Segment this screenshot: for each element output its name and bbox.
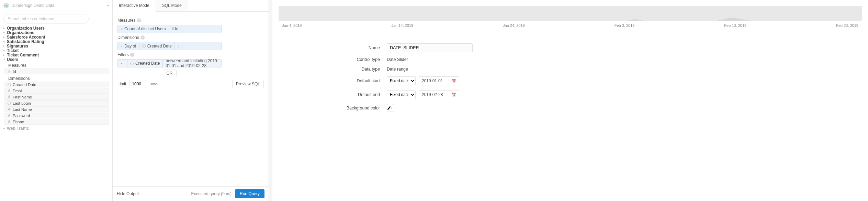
sidebar: FD Dundersign Demo Data ▾ ▸Organization … <box>0 0 113 201</box>
background-color-button[interactable]: ▸ <box>387 104 394 112</box>
query-footer: Hide Output Executed query (9ms) Run Que… <box>113 186 269 201</box>
calendar-icon: 📅 <box>451 79 456 83</box>
pencil-icon <box>387 106 391 110</box>
mode-tabs: Interactive Mode SQL Mode <box>113 0 269 12</box>
tree-item-web-traffic[interactable]: ▸Web Traffic <box>3 126 109 130</box>
text-icon <box>7 95 11 99</box>
query-builder: Measures? ▼Count of distinct Users #Id D… <box>113 12 269 186</box>
chevron-right-icon: ▸ <box>391 106 392 109</box>
column-phone[interactable]: Phone <box>4 119 109 125</box>
sort-asc-icon: ↑ <box>178 44 179 48</box>
chevron-down-icon: ▼ <box>121 45 123 47</box>
column-created-date[interactable]: Created Date <box>4 82 109 87</box>
column-id[interactable]: Id <box>4 68 109 74</box>
run-query-button[interactable]: Run Query <box>235 189 264 198</box>
tree-item-organization-users[interactable]: ▸Organization Users <box>3 26 109 30</box>
tree-item-ticket[interactable]: ▸Ticket <box>3 48 109 53</box>
text-icon <box>7 107 11 111</box>
chip-dropzone[interactable] <box>181 25 221 33</box>
default-start-mode-select[interactable]: Fixed date <box>387 76 416 85</box>
tick: Feb 3, 2019 <box>615 23 635 28</box>
tick: Jan 4, 2019 <box>282 23 302 28</box>
datasource-selector[interactable]: FD Dundersign Demo Data ▾ <box>0 0 112 11</box>
clock-icon <box>7 101 11 105</box>
filter-field[interactable]: Created Date <box>127 60 163 67</box>
tree-item-ticket-comment[interactable]: ▸Ticket Comment <box>3 53 109 57</box>
measure-field[interactable]: #Id <box>169 25 182 33</box>
panel-gutter[interactable] <box>269 0 272 201</box>
data-type-label: Data type <box>272 67 387 72</box>
default-end-mode-select[interactable]: Fixed date <box>387 90 416 99</box>
default-end-date-input[interactable]: 2019-02-28📅 <box>419 90 459 99</box>
chevron-down-icon: ▾ <box>107 4 109 8</box>
tree-item-salesforce-account[interactable]: ▸Salesforce Account <box>3 35 109 39</box>
hide-output-button[interactable]: Hide Output <box>117 191 139 196</box>
dimensions-header: Dimensions <box>3 75 109 82</box>
measures-label: Measures? <box>117 18 264 23</box>
table-tree[interactable]: ▸Organization Users ▸Organizations ▸Sale… <box>0 26 112 201</box>
default-start-label: Default start <box>272 78 387 83</box>
filter-chip[interactable]: ▼ Created Date between and including 201… <box>117 59 222 67</box>
limit-input[interactable] <box>129 80 146 88</box>
filter-menu[interactable]: ▼ <box>118 60 127 67</box>
default-start-date-input[interactable]: 2019-01-01📅 <box>419 76 459 85</box>
tick: Feb 23, 2019 <box>836 23 858 28</box>
search-input[interactable] <box>3 14 89 23</box>
chevron-down-icon: ▼ <box>121 28 123 30</box>
clock-icon <box>7 83 11 86</box>
query-area: Interactive Mode SQL Mode Measures? ▼Cou… <box>113 0 269 201</box>
hash-icon <box>7 70 11 73</box>
limit-row: Limit rows Preview SQL <box>117 80 264 88</box>
search-wrap <box>0 11 112 26</box>
chip-dropzone[interactable] <box>182 42 221 50</box>
tree-item-signatures[interactable]: ▸Signatures <box>3 44 109 48</box>
chevron-down-icon: ▼ <box>121 62 123 65</box>
column-last-name[interactable]: Last Name <box>4 106 109 112</box>
name-input[interactable] <box>387 43 473 52</box>
calendar-icon: 📅 <box>451 93 456 97</box>
dimension-grain[interactable]: ▼Day of <box>118 42 139 50</box>
help-icon[interactable]: ? <box>137 18 141 22</box>
column-password[interactable]: Password <box>4 113 109 118</box>
tick: Jan 14, 2019 <box>391 23 413 28</box>
control-type-value: Date Slider <box>387 57 408 62</box>
text-icon <box>7 89 11 93</box>
filter-expression[interactable]: between and including 2019-01-01 and 201… <box>163 60 221 67</box>
or-button[interactable]: OR <box>163 70 177 77</box>
tab-interactive-mode[interactable]: Interactive Mode <box>113 0 156 12</box>
tree-item-satisfaction-rating[interactable]: ▸Satisfaction Rating <box>3 39 109 44</box>
clock-icon <box>142 44 146 48</box>
column-email[interactable]: Email <box>4 88 109 94</box>
hash-icon: # <box>172 27 174 31</box>
data-type-value: Date range <box>387 67 408 72</box>
tick: Feb 13, 2019 <box>724 23 746 28</box>
dimension-field[interactable]: Created Date <box>139 42 175 50</box>
tree-item-organizations[interactable]: ▸Organizations <box>3 30 109 35</box>
execution-status: Executed query (9ms) <box>191 191 232 196</box>
text-icon <box>7 114 11 117</box>
column-last-login[interactable]: Last Login <box>4 100 109 106</box>
control-config-panel: Jan 4, 2019 Jan 14, 2019 Jan 24, 2019 Fe… <box>272 0 868 201</box>
measure-agg[interactable]: ▼Count of distinct Users <box>118 25 169 33</box>
preview-sql-button[interactable]: Preview SQL <box>232 80 264 88</box>
axis-ticks: Jan 4, 2019 Jan 14, 2019 Jan 24, 2019 Fe… <box>279 21 862 33</box>
limit-label: Limit <box>117 82 126 86</box>
tab-sql-mode[interactable]: SQL Mode <box>156 0 188 11</box>
rows-label: rows <box>149 82 158 86</box>
help-icon[interactable]: ? <box>140 35 145 40</box>
left-body: FD Dundersign Demo Data ▾ ▸Organization … <box>0 0 269 201</box>
text-icon <box>7 120 11 124</box>
dimension-chip[interactable]: ▼Day of Created Date ↑ <box>117 42 222 50</box>
tree-item-users[interactable]: ▾Users <box>3 57 109 62</box>
column-first-name[interactable]: First Name <box>4 94 109 100</box>
measure-chip[interactable]: ▼Count of distinct Users #Id <box>117 25 222 33</box>
name-label: Name <box>272 45 387 50</box>
sort-asc-button[interactable]: ↑ <box>175 42 182 50</box>
help-icon[interactable]: ? <box>130 53 134 57</box>
measures-header: Measures <box>3 62 109 68</box>
control-type-label: Control type <box>272 57 387 62</box>
date-slider-preview[interactable] <box>279 6 862 21</box>
datasource-name: Dundersign Demo Data <box>11 3 54 8</box>
query-panel: FD Dundersign Demo Data ▾ ▸Organization … <box>0 0 269 201</box>
sparkline-icon <box>279 6 862 21</box>
